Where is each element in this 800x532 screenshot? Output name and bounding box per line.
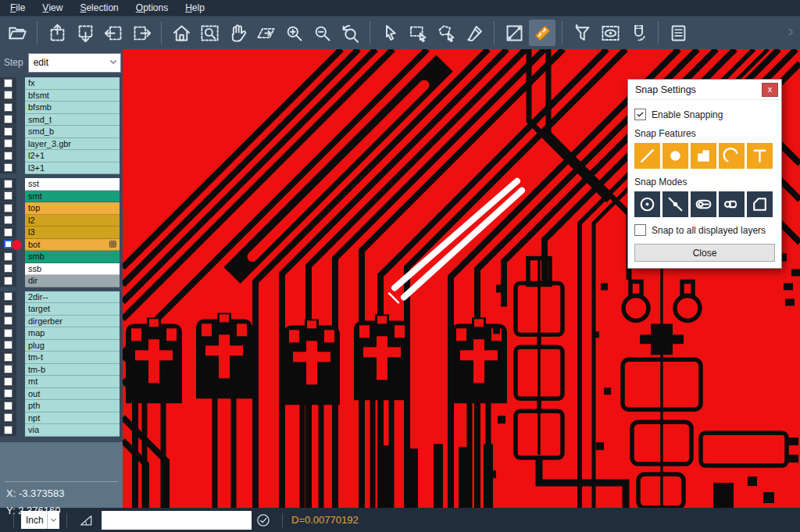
layer-visibility-checkbox[interactable] xyxy=(0,352,16,364)
zoom-in-icon[interactable] xyxy=(280,20,307,46)
pan-up-icon[interactable] xyxy=(44,20,70,46)
layer-visibility-checkbox[interactable] xyxy=(0,275,16,287)
layer-row-l2[interactable]: l2 xyxy=(0,215,123,227)
checkbox[interactable] xyxy=(4,91,12,99)
layer-name[interactable]: smd_b xyxy=(25,126,120,138)
pan-hand-icon[interactable] xyxy=(224,20,251,46)
coordinate-input[interactable] xyxy=(102,511,252,530)
layer-visibility-checkbox[interactable] xyxy=(0,412,16,425)
layer-row-top[interactable]: top xyxy=(0,202,123,215)
home-view-icon[interactable] xyxy=(168,20,195,46)
snap-text-icon[interactable] xyxy=(747,143,773,169)
dialog-titlebar[interactable]: Snap Settings x xyxy=(628,80,781,100)
menu-options[interactable]: Options xyxy=(127,0,177,16)
zoom-window-icon[interactable] xyxy=(196,20,223,46)
layer-visibility-checkbox[interactable] xyxy=(0,114,16,127)
layer-row-npt[interactable]: npt xyxy=(0,412,123,425)
measure-diagonal-icon[interactable] xyxy=(501,20,527,46)
layer-name[interactable]: 2dir-- xyxy=(25,291,120,304)
menu-selection[interactable]: Selection xyxy=(71,0,127,16)
layer-row-smb[interactable]: smb xyxy=(0,251,123,263)
layer-visibility-checkbox[interactable] xyxy=(0,388,16,401)
layer-visibility-checkbox[interactable] xyxy=(0,400,16,412)
layer-name[interactable]: out xyxy=(25,388,120,401)
checkbox[interactable] xyxy=(4,152,12,160)
select-polygon-icon[interactable] xyxy=(433,20,459,46)
dialog-close-button[interactable]: x xyxy=(762,83,778,97)
checkbox[interactable] xyxy=(4,292,12,301)
open-folder-icon[interactable] xyxy=(4,20,30,46)
layer-name[interactable]: smt xyxy=(25,191,120,203)
layer-row-bot[interactable]: bot xyxy=(0,239,123,252)
layer-row-dir[interactable]: dir xyxy=(0,275,123,287)
menu-file[interactable]: File xyxy=(2,0,34,16)
layer-row-pth[interactable]: pth xyxy=(0,400,123,412)
checkbox[interactable] xyxy=(4,316,12,325)
enable-snapping-row[interactable]: Enable Snapping xyxy=(634,109,775,120)
layer-visibility-checkbox[interactable] xyxy=(0,102,16,114)
checkbox[interactable] xyxy=(4,264,12,273)
checkbox[interactable] xyxy=(4,204,12,212)
checkbox[interactable] xyxy=(4,277,12,285)
checkbox[interactable] xyxy=(4,127,12,136)
layer-visibility-checkbox[interactable] xyxy=(0,340,16,352)
layer-visibility-checkbox[interactable] xyxy=(0,162,16,175)
zoom-out-icon[interactable] xyxy=(309,20,335,46)
layer-row-fx[interactable]: fx xyxy=(0,77,123,90)
checkbox[interactable] xyxy=(4,191,12,200)
layer-name[interactable]: dir xyxy=(25,275,120,287)
layer-row-out[interactable]: out xyxy=(0,388,123,401)
layer-name[interactable]: ssb xyxy=(25,263,120,276)
layer-row-ssb[interactable]: ssb xyxy=(0,263,123,276)
snap-magnet-icon[interactable] xyxy=(625,20,652,46)
layer-visibility-checkbox[interactable] xyxy=(0,303,16,316)
layer-visibility-checkbox[interactable] xyxy=(0,215,16,227)
layer-name[interactable]: npt xyxy=(25,412,120,425)
layer-visibility-checkbox[interactable] xyxy=(0,77,16,90)
layer-visibility-checkbox[interactable] xyxy=(0,251,16,263)
layer-name[interactable]: tm-b xyxy=(25,364,120,377)
pan-right-icon[interactable] xyxy=(128,20,155,46)
pcb-viewport[interactable]: Snap Settings x Enable Snapping Snap Fea… xyxy=(123,49,800,508)
layer-visibility-checkbox[interactable] xyxy=(0,150,16,162)
filter-icon[interactable] xyxy=(569,20,595,46)
layer-name[interactable]: smb xyxy=(25,251,120,263)
layer-row-dirgerber[interactable]: dirgerber xyxy=(0,316,123,328)
checkbox[interactable] xyxy=(4,402,12,410)
layer-row-smt[interactable]: smt xyxy=(0,191,123,203)
snap-pad-icon[interactable] xyxy=(662,143,688,169)
layer-row-bfsmb[interactable]: bfsmb xyxy=(0,102,123,114)
enable-snapping-checkbox[interactable] xyxy=(634,109,646,120)
checkbox[interactable] xyxy=(4,163,12,172)
layer-row-tm-t[interactable]: tm-t xyxy=(0,352,123,364)
layer-name[interactable]: target xyxy=(25,303,120,316)
layer-row-mt[interactable]: mt xyxy=(0,376,123,388)
zoom-previous-icon[interactable] xyxy=(337,20,363,46)
layer-visibility-checkbox[interactable] xyxy=(0,424,16,437)
step-select[interactable]: edit xyxy=(28,53,121,73)
layer-row-target[interactable]: target xyxy=(0,303,123,316)
select-cursor-icon[interactable] xyxy=(377,20,403,46)
checkbox[interactable] xyxy=(4,389,12,398)
pan-down-icon[interactable] xyxy=(72,20,98,46)
snap-point-on-line-icon[interactable] xyxy=(662,191,688,217)
layer-name[interactable]: l2+1 xyxy=(25,150,120,162)
layer-visibility-checkbox[interactable] xyxy=(0,90,16,102)
snap-center-icon[interactable] xyxy=(634,191,660,217)
menu-view[interactable]: View xyxy=(34,0,71,16)
brush-select-icon[interactable] xyxy=(461,20,488,46)
layer-visibility-checkbox[interactable] xyxy=(0,202,16,215)
checkbox[interactable] xyxy=(4,115,12,123)
snap-line-icon[interactable] xyxy=(634,143,660,169)
layer-row-layer_3.gbr[interactable]: layer_3.gbr xyxy=(0,138,123,151)
layer-visibility-checkbox[interactable] xyxy=(0,376,16,388)
layer-name[interactable]: l2 xyxy=(25,215,120,227)
layer-row-bfsmt[interactable]: bfsmt xyxy=(0,90,123,102)
layer-name[interactable]: bfsmb xyxy=(25,102,120,114)
snap-all-layers-row[interactable]: Snap to all displayed layers xyxy=(634,224,775,236)
checkbox[interactable] xyxy=(4,413,12,422)
snap-polygon-icon[interactable] xyxy=(747,191,773,217)
view-options-icon[interactable] xyxy=(597,20,623,46)
report-list-icon[interactable] xyxy=(665,20,691,46)
snap-surface-icon[interactable] xyxy=(691,143,716,169)
